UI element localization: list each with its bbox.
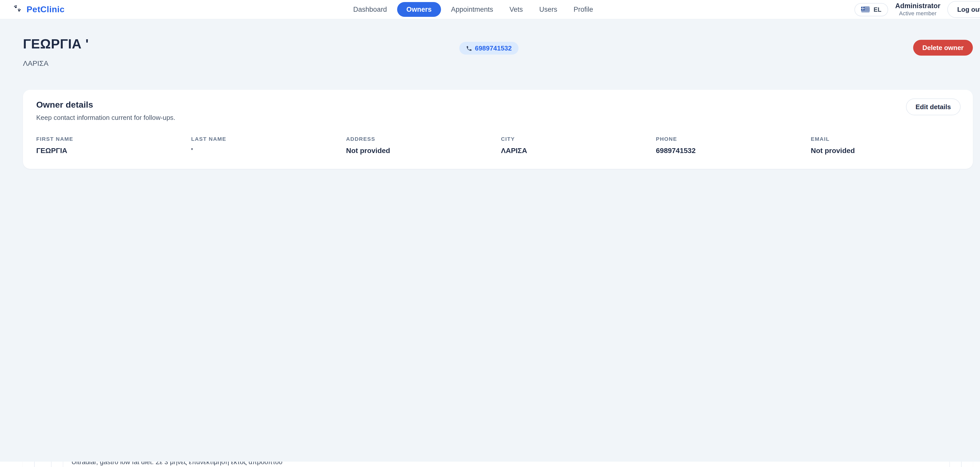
top-nav: PetClinic Dashboard Owners Appointments … [0, 0, 980, 19]
delete-owner-button[interactable]: Delete owner [913, 40, 973, 56]
language-selector[interactable]: EL [855, 3, 888, 16]
petclinic-app: PetClinic Dashboard Owners Appointments … [0, 0, 980, 467]
nav-item-profile[interactable]: Profile [567, 2, 599, 17]
user-name: Administrator [895, 2, 940, 10]
greek-flag-icon [861, 6, 870, 12]
nav-right: EL Administrator Active member Log out [855, 0, 980, 19]
user-info: Administrator Active member [895, 2, 940, 17]
language-code: EL [873, 6, 881, 13]
owner-details-subtitle: Keep contact information current for fol… [36, 114, 959, 121]
phone-badge[interactable]: 6989741532 [459, 42, 519, 55]
user-status: Active member [895, 10, 940, 17]
field-last-name: LAST NAME ' [191, 136, 340, 154]
nav-links: Dashboard Owners Appointments Vets Users… [347, 2, 599, 17]
nav-item-vets[interactable]: Vets [503, 2, 529, 17]
owner-city-subtitle: ΛΑΡΙΣΑ [23, 59, 973, 67]
page-background [0, 0, 980, 462]
owner-details-card: Owner details Keep contact information c… [23, 90, 973, 169]
field-address: ADDRESS Not provided [346, 136, 495, 154]
edit-details-button[interactable]: Edit details [906, 98, 961, 115]
nav-item-users[interactable]: Users [533, 2, 563, 17]
owner-details-title: Owner details [36, 100, 959, 110]
logout-button[interactable]: Log out [948, 1, 980, 18]
nav-item-appointments[interactable]: Appointments [445, 2, 499, 17]
nav-item-dashboard[interactable]: Dashboard [347, 2, 393, 17]
brand-logo[interactable]: PetClinic [13, 0, 65, 19]
owner-fields: FIRST NAME ΓΕΩΡΓΙΑ LAST NAME ' ADDRESS N… [36, 136, 959, 154]
field-phone: PHONE 6989741532 [656, 136, 805, 154]
nav-item-owners[interactable]: Owners [397, 2, 441, 17]
owner-header: ΓΕΩΡΓΙΑ ' ΛΑΡΙΣΑ 6989741532 Delete owner [23, 19, 973, 67]
brand-name: PetClinic [27, 4, 65, 14]
field-email: EMAIL Not provided [811, 136, 959, 154]
paw-icon [13, 4, 24, 14]
phone-icon [466, 45, 472, 51]
field-first-name: FIRST NAME ΓΕΩΡΓΙΑ [36, 136, 185, 154]
phone-number: 6989741532 [475, 44, 512, 52]
field-city: CITY ΛΑΡΙΣΑ [501, 136, 650, 154]
